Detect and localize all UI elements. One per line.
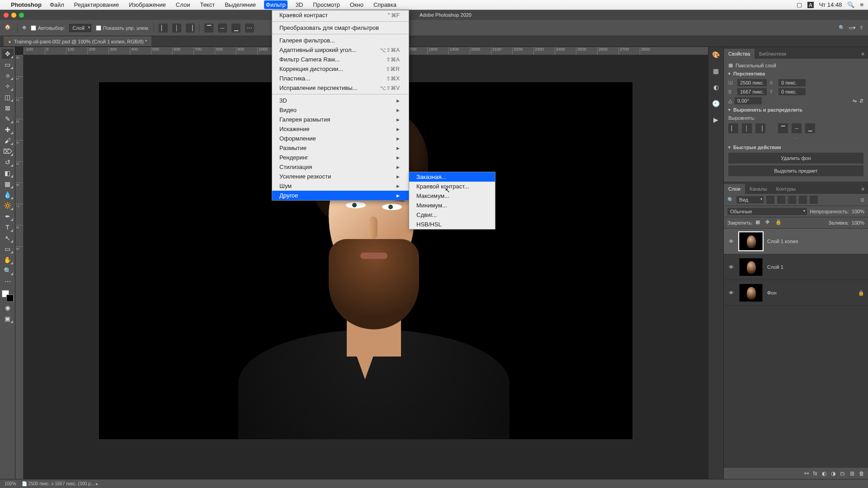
menu-item[interactable]: Галерея фильтров... (272, 36, 409, 45)
quick-actions-section[interactable]: Быстрые действия (728, 145, 863, 150)
menubar-menu-icon[interactable]: ≡ (860, 1, 863, 8)
menu-item[interactable]: Коррекция дисторсии...⇧⌘R (272, 64, 409, 74)
angle-field[interactable]: 0,00° (735, 97, 762, 104)
app-name[interactable]: Photoshop (11, 1, 42, 8)
submenu-item[interactable]: Краевой контраст... (409, 182, 495, 191)
menu-image[interactable]: Изображение (127, 0, 168, 9)
visibility-icon[interactable]: 👁 (727, 290, 735, 296)
submenu-item[interactable]: Сдвиг... (409, 210, 495, 220)
swatches-panel-icon[interactable]: ▦ (711, 66, 721, 76)
layer-thumbnail[interactable] (739, 258, 763, 276)
more-options-icon[interactable]: ⋯ (245, 23, 254, 33)
menu-edit[interactable]: Редактирование (72, 0, 121, 9)
panel-menu-icon[interactable]: ≡ (858, 49, 868, 59)
align-center-v-icon[interactable]: ─ (218, 23, 227, 33)
document-tab[interactable]: ● Training-oil-paint-002.psd @ 100% (Сло… (4, 37, 151, 46)
show-transform-controls-checkbox[interactable]: Показать упр. элем. (96, 25, 149, 31)
actions-panel-icon[interactable]: ▶ (711, 115, 721, 125)
menu-last-filter[interactable]: Краевой контраст⌃⌘F (272, 10, 409, 20)
visibility-icon[interactable]: 👁 (727, 239, 735, 244)
frame-tool[interactable]: ⊠ (2, 103, 14, 113)
align-left-button[interactable]: ▏ (728, 123, 738, 133)
menu-submenu-item[interactable]: Шум (272, 181, 409, 191)
menu-convert-smart[interactable]: Преобразовать для смарт-фильтров (272, 23, 409, 33)
auto-select-checkbox[interactable]: Автовыбор: (31, 25, 65, 31)
lock-all-icon[interactable]: 🔒 (775, 219, 783, 226)
link-layers-icon[interactable]: ⚯ (804, 470, 809, 477)
align-top-icon[interactable]: ▔ (204, 23, 213, 33)
menu-submenu-item[interactable]: Другое (272, 191, 409, 200)
filter-type-icon[interactable] (788, 196, 796, 204)
adjustments-panel-icon[interactable]: ◐ (711, 82, 721, 92)
tab-layers[interactable]: Слои (724, 184, 745, 194)
align-right-icon[interactable]: ▕ (186, 23, 195, 33)
artboard-tool[interactable]: ▭ (2, 60, 14, 70)
align-left-icon[interactable]: ▏ (159, 23, 168, 33)
eraser-tool[interactable]: ◧ (2, 168, 14, 178)
flip-h-icon[interactable]: ⇋ (853, 98, 857, 104)
mask-icon[interactable]: ◐ (822, 470, 826, 477)
menu-submenu-item[interactable]: Усиление резкости (272, 172, 409, 181)
color-panel-icon[interactable]: 🎨 (711, 50, 721, 60)
menu-item[interactable]: Адаптивный широкий угол...⌥⇧⌘A (272, 45, 409, 55)
menu-submenu-item[interactable]: 3D (272, 96, 409, 105)
screen-icon[interactable]: ▢ (797, 1, 802, 8)
clone-stamp-tool[interactable]: ⌦ (2, 146, 14, 156)
menu-layer[interactable]: Слои (174, 0, 192, 9)
hand-tool[interactable]: ✋ (2, 255, 14, 265)
submenu-item[interactable]: Минимум... (409, 201, 495, 210)
home-button[interactable]: 🏠 (5, 24, 13, 32)
menu-item[interactable]: Пластика...⇧⌘X (272, 74, 409, 83)
blur-tool[interactable]: 💧 (2, 190, 14, 200)
menu-file[interactable]: Файл (48, 0, 66, 9)
menu-item[interactable]: Фильтр Camera Raw...⇧⌘A (272, 55, 409, 64)
gradient-tool[interactable]: ▦ (2, 179, 14, 189)
align-section[interactable]: Выровнять и распределить (728, 107, 863, 113)
edit-toolbar-icon[interactable]: ⋯ (2, 277, 14, 286)
layers-menu-icon[interactable]: ≡ (858, 184, 868, 194)
zoom-window-button[interactable] (19, 13, 24, 18)
more-align-icon[interactable]: ⋯ (728, 136, 863, 142)
menu-submenu-item[interactable]: Размытие (272, 143, 409, 153)
history-brush-tool[interactable]: ↺ (2, 157, 14, 167)
submenu-item[interactable]: HSB/HSL (409, 220, 495, 229)
menu-type[interactable]: Текст (198, 0, 217, 9)
align-right-button[interactable]: ▕ (755, 123, 765, 133)
align-vcenter-button[interactable]: ─ (792, 123, 802, 133)
layer-filter-kind[interactable]: Вид (736, 196, 764, 203)
select-subject-button[interactable]: Выделить предмет (728, 165, 863, 176)
color-swatches[interactable] (2, 290, 14, 302)
search-icon[interactable]: 🔍 (839, 25, 845, 31)
filter-shape-icon[interactable] (799, 196, 807, 204)
filter-toggle-icon[interactable]: ⊙ (860, 197, 864, 203)
align-bottom-icon[interactable]: ▁ (231, 23, 241, 33)
delete-layer-icon[interactable]: 🗑 (859, 470, 864, 477)
flip-v-icon[interactable]: ⇵ (859, 98, 863, 104)
layer-row[interactable]: 👁Фон🔒 (724, 280, 868, 306)
minimize-window-button[interactable] (11, 13, 16, 18)
tab-paths[interactable]: Контуры (772, 184, 800, 194)
lang-icon[interactable]: А (807, 2, 813, 8)
menu-3d[interactable]: 3D (294, 0, 305, 9)
layer-row[interactable]: 👁Слой 1 (724, 254, 868, 280)
shape-tool[interactable]: ▭ (2, 244, 14, 254)
lasso-tool[interactable]: ⌾ (2, 70, 14, 80)
ruler-vertical[interactable]: 0123456789 (15, 55, 24, 479)
brush-tool[interactable]: 🖌 (2, 136, 14, 145)
visibility-icon[interactable]: 👁 (727, 264, 735, 270)
align-top-button[interactable]: ▔ (778, 123, 788, 133)
adjustment-layer-icon[interactable]: ◑ (831, 470, 835, 477)
close-window-button[interactable] (4, 13, 9, 18)
menu-filter[interactable]: Фильтр (264, 0, 288, 9)
layer-name[interactable]: Фон (767, 290, 854, 296)
zoom-tool[interactable]: 🔍 (2, 266, 14, 276)
height-field[interactable]: 1667 пикс. (737, 88, 767, 95)
doc-info[interactable]: 📄 2500 пикс. x 1667 пикс. (300 p... ▸ (22, 481, 98, 486)
layer-thumbnail[interactable] (739, 232, 763, 250)
remove-background-button[interactable]: Удалить фон (728, 153, 863, 164)
menu-submenu-item[interactable]: Видео (272, 105, 409, 115)
menu-submenu-item[interactable]: Искажение (272, 124, 409, 134)
layer-name[interactable]: Слой 1 копия (767, 239, 864, 244)
filter-pixel-icon[interactable] (766, 196, 774, 204)
submenu-item[interactable]: Заказная... (409, 172, 495, 182)
